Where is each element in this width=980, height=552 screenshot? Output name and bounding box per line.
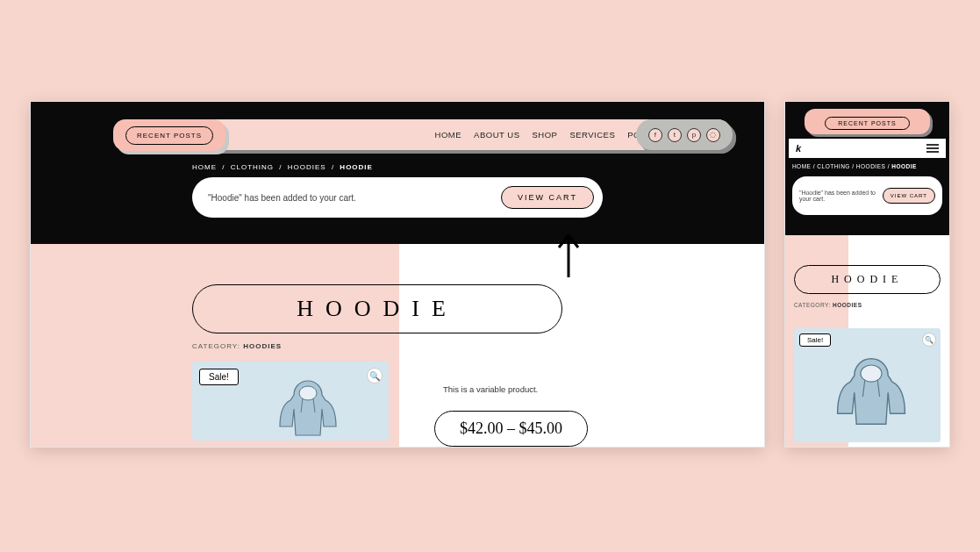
svg-point-0 bbox=[299, 386, 317, 400]
svg-point-1 bbox=[861, 365, 882, 382]
m-view-cart-button[interactable]: VIEW CART bbox=[883, 188, 935, 204]
crumb-clothing[interactable]: CLOTHING bbox=[231, 163, 274, 171]
m-category-link[interactable]: HOODIES bbox=[833, 302, 862, 308]
mobile-preview: RECENT POSTS k HOME / CLOTHING / HOODIES… bbox=[784, 101, 950, 448]
nav-item-services[interactable]: SERVICES bbox=[569, 130, 615, 140]
m-crumb-hoodies[interactable]: HOODIES bbox=[856, 163, 885, 169]
product-category: CATEGORY: HOODIES bbox=[192, 342, 282, 350]
hamburger-icon[interactable] bbox=[926, 144, 939, 153]
annotation-arrow-icon bbox=[554, 230, 583, 283]
sale-badge: Sale! bbox=[199, 369, 239, 385]
view-cart-button[interactable]: VIEW CART bbox=[501, 186, 594, 209]
desktop-preview: RECENT POSTS k HOME ABOUT US SHOP SERVIC… bbox=[30, 101, 765, 448]
m-sale-badge: Sale! bbox=[799, 333, 831, 347]
category-link[interactable]: HOODIES bbox=[243, 342, 282, 350]
recent-posts-button[interactable]: RECENT POSTS bbox=[125, 126, 213, 145]
cart-message: "Hoodie" has been added to your cart. bbox=[192, 193, 501, 203]
cart-added-notice: "Hoodie" has been added to your cart. VI… bbox=[192, 177, 603, 218]
m-breadcrumb: HOME / CLOTHING / HOODIES / HOODIE bbox=[785, 158, 949, 175]
breadcrumb: HOME / CLOTHING / HOODIES / HOODIE bbox=[192, 163, 373, 171]
m-topbar: k bbox=[789, 139, 946, 158]
m-crumb-clothing[interactable]: CLOTHING bbox=[817, 163, 850, 169]
m-recent-posts-button[interactable]: RECENT POSTS bbox=[825, 117, 909, 130]
product-price: $42.00 – $45.00 bbox=[434, 411, 588, 447]
crumb-home[interactable]: HOME bbox=[192, 163, 217, 171]
m-recent-posts-panel: RECENT POSTS bbox=[805, 109, 930, 134]
m-product-category: CATEGORY: HOODIES bbox=[794, 302, 862, 308]
recent-posts-panel: RECENT POSTS bbox=[113, 119, 225, 151]
nav-item-about[interactable]: ABOUT US bbox=[474, 130, 519, 140]
m-header-band: RECENT POSTS k HOME / CLOTHING / HOODIES… bbox=[785, 102, 949, 235]
m-crumb-home[interactable]: HOME bbox=[792, 163, 812, 169]
zoom-icon[interactable]: 🔍 bbox=[368, 369, 382, 383]
m-site-logo[interactable]: k bbox=[796, 143, 801, 154]
facebook-icon[interactable]: f bbox=[648, 128, 662, 142]
header-band: RECENT POSTS k HOME ABOUT US SHOP SERVIC… bbox=[31, 102, 764, 244]
m-cart-notice: "Hoodie" has been added to your cart. VI… bbox=[792, 176, 942, 215]
hoodie-illustration-icon bbox=[264, 374, 352, 442]
product-description: This is a variable product. bbox=[443, 384, 538, 394]
m-product-title: HOODIE bbox=[794, 265, 941, 294]
instagram-icon[interactable]: ◌ bbox=[706, 128, 720, 142]
nav-item-home[interactable]: HOME bbox=[435, 130, 462, 140]
pinterest-icon[interactable]: p bbox=[687, 128, 701, 142]
social-icons: f t p ◌ bbox=[636, 119, 733, 150]
twitter-icon[interactable]: t bbox=[668, 128, 682, 142]
m-hoodie-illustration-icon bbox=[819, 348, 924, 435]
nav-item-shop[interactable]: SHOP bbox=[532, 130, 557, 140]
m-zoom-icon[interactable]: 🔍 bbox=[923, 333, 935, 346]
crumb-hoodies[interactable]: HOODIES bbox=[288, 163, 326, 171]
crumb-current: HOODIE bbox=[340, 163, 373, 171]
m-product-image-card: Sale! 🔍 bbox=[794, 328, 941, 442]
m-cart-message: "Hoodie" has been added to your cart. bbox=[799, 190, 877, 202]
product-image-card: Sale! 🔍 bbox=[192, 362, 389, 441]
m-crumb-current: HOODIE bbox=[891, 163, 917, 169]
product-body: HOODIE CATEGORY: HOODIES Sale! 🔍 This is… bbox=[31, 244, 764, 448]
product-title: HOODIE bbox=[192, 284, 562, 333]
